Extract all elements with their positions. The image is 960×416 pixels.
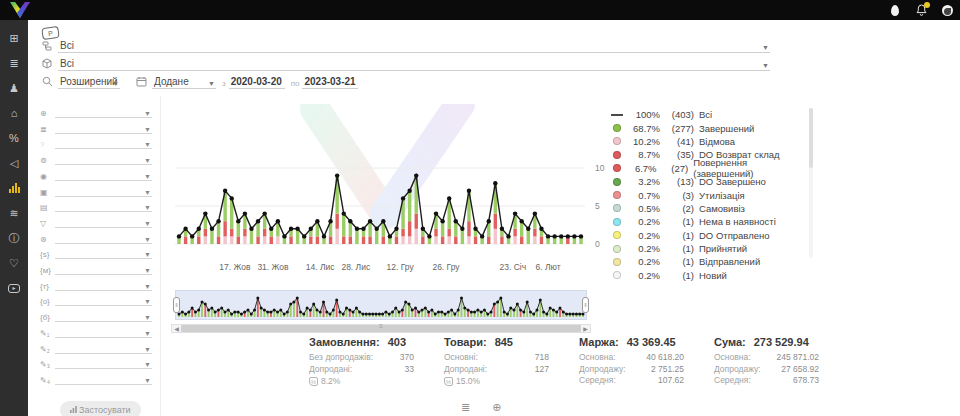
data-point[interactable] [506,234,510,238]
status-bar-segment[interactable] [349,236,352,244]
filter-select[interactable]: ▼ [55,216,152,228]
brush-left-handle[interactable]: ‖ [173,297,180,313]
status-bar-segment[interactable] [237,221,240,236]
range-brush[interactable]: ‖ ‖ [175,290,587,320]
status-bar-segment[interactable] [250,229,253,244]
status-bar-segment[interactable] [467,236,470,244]
status-bar-segment[interactable] [395,236,398,244]
filter-select[interactable]: ▼ [55,263,152,275]
sidebar-item-dashboard[interactable]: ⊞ [0,28,28,48]
status-bar-segment[interactable] [434,229,437,237]
data-point[interactable] [493,181,497,185]
status-bar-segment[interactable] [289,236,292,244]
status-bar-segment[interactable] [223,236,226,244]
status-bar-segment[interactable] [533,236,536,244]
data-point[interactable] [302,234,306,238]
data-point[interactable] [539,227,543,231]
data-point[interactable] [394,227,398,231]
user-avatar-icon[interactable] [940,3,954,17]
data-point[interactable] [328,219,332,223]
data-point[interactable] [559,234,563,238]
data-point[interactable] [322,234,326,238]
status-bar-segment[interactable] [421,236,424,244]
data-point[interactable] [210,227,214,231]
data-point[interactable] [487,219,491,223]
list-view-icon[interactable]: ≣ [461,401,470,414]
status-bar-segment[interactable] [204,236,207,244]
status-bar-segment[interactable] [408,191,411,221]
legend-item[interactable]: 0.5%(2)Самовивіз [611,202,801,215]
data-point[interactable] [262,211,266,215]
data-point[interactable] [579,234,583,238]
data-point[interactable] [440,219,444,223]
apply-button[interactable]: Застосувати [60,401,141,416]
data-point[interactable] [223,189,227,193]
status-bar-segment[interactable] [263,236,266,244]
globe-view-icon[interactable]: ⊕ [492,401,501,414]
data-point[interactable] [526,227,530,231]
filter-select[interactable]: ▼ [55,294,152,306]
data-point[interactable] [190,234,194,238]
filter-select[interactable]: ▼ [55,247,152,259]
data-point[interactable] [460,227,464,231]
status-bar-segment[interactable] [441,221,444,236]
status-bar-segment[interactable] [362,236,365,244]
status-bar-segment[interactable] [217,236,220,244]
legend-item[interactable]: 0.2%(1)Новий [611,269,801,282]
legend-item[interactable]: 10.2%(41)Відмова [611,135,801,148]
scroll-thumb[interactable] [181,325,581,332]
data-point[interactable] [552,234,556,238]
status-bar-segment[interactable] [454,236,457,244]
legend-scrollbar[interactable] [809,108,813,258]
status-bar-segment[interactable] [230,236,233,244]
status-bar-segment[interactable] [401,236,404,244]
data-point[interactable] [480,234,484,238]
status-bar-segment[interactable] [474,236,477,244]
status-bar-segment[interactable] [500,236,503,244]
sidebar-item-marketing[interactable]: ◁ [0,153,28,173]
filter-select[interactable]: ▼ [55,342,152,354]
data-point[interactable] [309,227,313,231]
legend-item[interactable]: 0.2%(1)Відправлений [611,255,801,268]
profile-egg-icon[interactable] [888,3,902,17]
brush-right-handle[interactable]: ‖ [582,297,589,313]
legend-item[interactable]: 0.2%(1)Нема в наявності [611,215,801,228]
legend-item[interactable]: 0.7%(3)Утилізація [611,188,801,201]
filter-select[interactable]: ▼ [55,185,152,197]
status-bar-segment[interactable] [237,236,240,244]
data-point[interactable] [197,227,201,231]
status-bar-segment[interactable] [513,236,516,244]
filter-select[interactable]: ▼ [55,310,152,322]
data-point[interactable] [269,227,273,231]
data-point[interactable] [566,234,570,238]
data-point[interactable] [368,219,372,223]
filter-select[interactable]: ▼ [55,200,152,212]
status-bar-segment[interactable] [533,229,536,237]
data-point[interactable] [513,211,517,215]
sidebar-item-orders[interactable]: ≣ [0,53,28,73]
data-point[interactable] [388,234,392,238]
status-bar-segment[interactable] [447,236,450,244]
date-to-input[interactable]: 2023-03-21 [302,76,358,89]
status-bar-segment[interactable] [309,236,312,244]
data-point[interactable] [256,219,260,223]
data-point[interactable] [381,219,385,223]
data-point[interactable] [473,227,477,231]
data-point[interactable] [335,173,339,177]
status-bar-segment[interactable] [223,221,226,236]
status-bar-segment[interactable] [184,236,187,244]
data-point[interactable] [289,227,293,231]
filter-select[interactable]: ▼ [55,357,152,369]
legend-item[interactable]: 6.7%(27)Повернення (завершений) [611,162,801,175]
sidebar-item-settings[interactable]: ≋ [0,203,28,223]
status-bar-segment[interactable] [441,236,444,244]
status-bar-segment[interactable] [527,229,530,244]
data-point[interactable] [243,211,247,215]
legend-item[interactable]: 68.7%(277)Завершений [611,121,801,134]
status-bar-segment[interactable] [408,221,411,236]
status-bar-segment[interactable] [494,214,497,229]
main-chart[interactable]: 0510 [175,104,625,256]
scroll-right-arrow[interactable]: ▶ [581,325,590,332]
product-select[interactable]: Всі▼ [58,58,770,71]
status-bar-segment[interactable] [243,236,246,244]
